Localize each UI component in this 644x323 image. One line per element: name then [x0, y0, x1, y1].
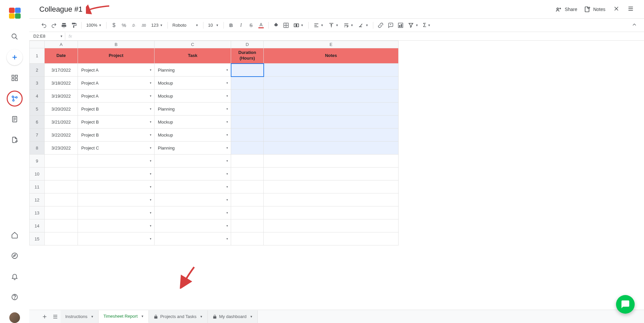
- col-header-E[interactable]: E: [264, 41, 399, 48]
- row-header-2[interactable]: 2: [30, 64, 45, 77]
- font-select[interactable]: Roboto▼: [170, 23, 200, 28]
- cell[interactable]: [155, 193, 231, 206]
- cell-task[interactable]: Mockup: [155, 116, 231, 129]
- row-header-6[interactable]: 6: [30, 116, 45, 129]
- wrap-icon[interactable]: ▼: [341, 22, 356, 28]
- row-header-14[interactable]: 14: [30, 219, 45, 232]
- cell-duration[interactable]: [231, 90, 264, 103]
- cell-notes[interactable]: [264, 90, 399, 103]
- collapse-toolbar-icon[interactable]: [631, 22, 637, 29]
- header-duration[interactable]: Duration (Hours): [231, 48, 264, 64]
- namebox-dropdown-icon[interactable]: ▼: [58, 35, 65, 38]
- cell-project[interactable]: Project A: [78, 90, 155, 103]
- percent-icon[interactable]: %: [119, 21, 129, 30]
- link-icon[interactable]: [376, 21, 385, 30]
- add-sheet-icon[interactable]: [39, 311, 50, 322]
- cell-date[interactable]: 3/17/2022: [45, 64, 78, 77]
- rotate-icon[interactable]: ▼: [356, 22, 370, 28]
- cell-task[interactable]: Mockup: [155, 77, 231, 90]
- cell[interactable]: [78, 155, 155, 167]
- tab-timesheet[interactable]: Timesheet Report▼: [99, 310, 149, 323]
- row-header-10[interactable]: 10: [30, 167, 45, 180]
- cell-project[interactable]: Project B: [78, 129, 155, 142]
- cell[interactable]: [264, 232, 399, 245]
- cell-notes[interactable]: [264, 129, 399, 142]
- cell[interactable]: [155, 219, 231, 232]
- tab-instructions[interactable]: Instructions▼: [61, 310, 99, 323]
- cell[interactable]: [45, 167, 78, 180]
- spreadsheet-grid[interactable]: A B C D E 1 Date Project Task Duration (…: [29, 41, 644, 310]
- formula-input[interactable]: [75, 33, 644, 39]
- currency-icon[interactable]: $: [109, 21, 119, 30]
- share-button[interactable]: Share: [552, 4, 580, 15]
- cell[interactable]: [45, 193, 78, 206]
- cell-duration[interactable]: [231, 64, 264, 77]
- add-button[interactable]: [7, 49, 23, 65]
- cell[interactable]: [264, 155, 399, 167]
- row-header-8[interactable]: 8: [30, 142, 45, 155]
- col-header-B[interactable]: B: [78, 41, 155, 48]
- borders-icon[interactable]: [281, 21, 291, 30]
- cell[interactable]: [78, 232, 155, 245]
- chart-icon[interactable]: [396, 21, 405, 30]
- cell-notes[interactable]: [264, 103, 399, 116]
- row-header-13[interactable]: 13: [30, 206, 45, 219]
- cell[interactable]: [155, 155, 231, 167]
- cell[interactable]: [45, 155, 78, 167]
- cell-date[interactable]: 3/21/2022: [45, 116, 78, 129]
- functions-icon[interactable]: Σ▼: [421, 22, 433, 28]
- edit-doc-icon[interactable]: [7, 132, 23, 148]
- all-sheets-icon[interactable]: [50, 311, 61, 322]
- cell-project[interactable]: Project B: [78, 103, 155, 116]
- cell[interactable]: [231, 206, 264, 219]
- row-header-9[interactable]: 9: [30, 155, 45, 167]
- cell[interactable]: [155, 206, 231, 219]
- cell[interactable]: [78, 193, 155, 206]
- halign-icon[interactable]: ▼: [311, 22, 326, 28]
- search-icon[interactable]: [7, 29, 23, 45]
- chat-fab[interactable]: [616, 295, 635, 314]
- col-header-A[interactable]: A: [45, 41, 78, 48]
- decrease-decimal-icon[interactable]: .0 ,: [129, 21, 139, 30]
- cell[interactable]: [264, 167, 399, 180]
- italic-icon[interactable]: I: [236, 21, 246, 30]
- timeline-icon[interactable]: [7, 91, 23, 107]
- row-header-15[interactable]: 15: [30, 232, 45, 245]
- valign-icon[interactable]: ▼: [326, 22, 341, 28]
- cell-project[interactable]: Project A: [78, 77, 155, 90]
- header-notes[interactable]: Notes: [264, 48, 399, 64]
- cell-duration[interactable]: [231, 129, 264, 142]
- zoom-select[interactable]: 100%▼: [84, 23, 104, 28]
- cell-notes[interactable]: [264, 116, 399, 129]
- cell[interactable]: [155, 167, 231, 180]
- cell[interactable]: [231, 219, 264, 232]
- help-icon[interactable]: [7, 289, 23, 305]
- cell-date[interactable]: 3/20/2022: [45, 103, 78, 116]
- undo-icon[interactable]: [39, 21, 49, 30]
- format-select[interactable]: 123▼: [149, 23, 165, 28]
- tab-projects[interactable]: Projects and Tasks▼: [149, 310, 208, 323]
- cell[interactable]: [231, 180, 264, 193]
- row-header-11[interactable]: 11: [30, 180, 45, 193]
- name-box[interactable]: [31, 33, 58, 39]
- cell-notes[interactable]: [264, 77, 399, 90]
- bell-icon[interactable]: [7, 268, 23, 284]
- cell-project[interactable]: Project A: [78, 64, 155, 77]
- cell-duration[interactable]: [231, 103, 264, 116]
- merge-cells-icon[interactable]: ▼: [291, 22, 306, 28]
- cell-date[interactable]: 3/23/2022: [45, 142, 78, 155]
- cell-notes[interactable]: [264, 142, 399, 155]
- header-project[interactable]: Project: [78, 48, 155, 64]
- dashboard-icon[interactable]: [7, 70, 23, 86]
- cell-task[interactable]: Mockup: [155, 90, 231, 103]
- cell-task[interactable]: Planning: [155, 64, 231, 77]
- cell-notes[interactable]: [264, 64, 399, 77]
- header-task[interactable]: Task: [155, 48, 231, 64]
- cell-task[interactable]: Planning: [155, 103, 231, 116]
- cell[interactable]: [45, 232, 78, 245]
- redo-icon[interactable]: [49, 21, 59, 30]
- paint-format-icon[interactable]: [69, 21, 79, 30]
- app-logo[interactable]: [9, 7, 21, 19]
- select-all-corner[interactable]: [30, 41, 45, 48]
- row-header-1[interactable]: 1: [30, 48, 45, 64]
